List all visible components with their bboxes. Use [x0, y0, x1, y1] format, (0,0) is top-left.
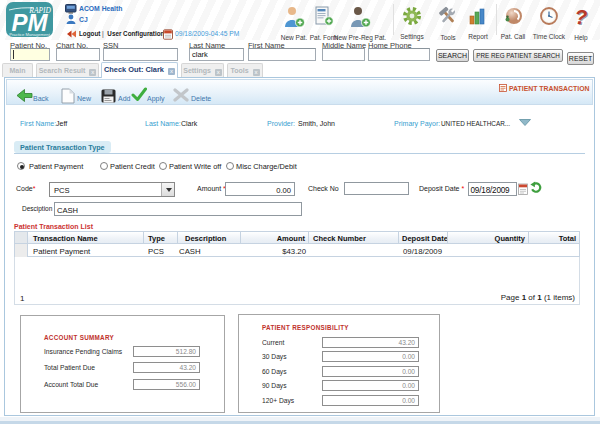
svg-text:Practice Management: Practice Management	[9, 32, 51, 37]
svg-text:?: ?	[575, 6, 588, 28]
